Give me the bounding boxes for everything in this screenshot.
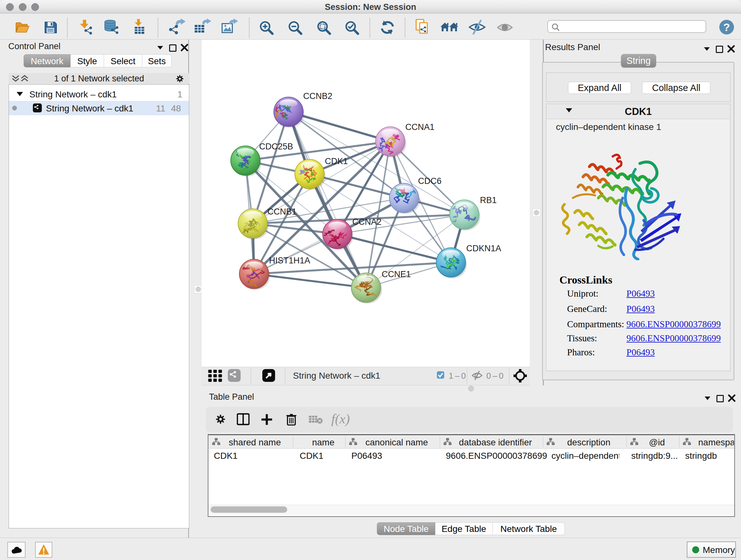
- svg-text:HIST1H1A: HIST1H1A: [269, 256, 310, 265]
- svg-text:CCNE1: CCNE1: [382, 269, 411, 279]
- svg-text:CCNB1: CCNB1: [267, 207, 297, 216]
- svg-text:CCNB2: CCNB2: [303, 91, 333, 101]
- svg-text:CDC25B: CDC25B: [259, 142, 293, 151]
- svg-text:RB1: RB1: [480, 195, 497, 205]
- svg-text:CDKN1A: CDKN1A: [466, 244, 501, 253]
- svg-text:CCNA1: CCNA1: [405, 122, 434, 132]
- svg-text:CDC6: CDC6: [418, 176, 442, 186]
- svg-text:CDK1: CDK1: [325, 157, 348, 166]
- svg-text:CCNA2: CCNA2: [352, 217, 382, 227]
